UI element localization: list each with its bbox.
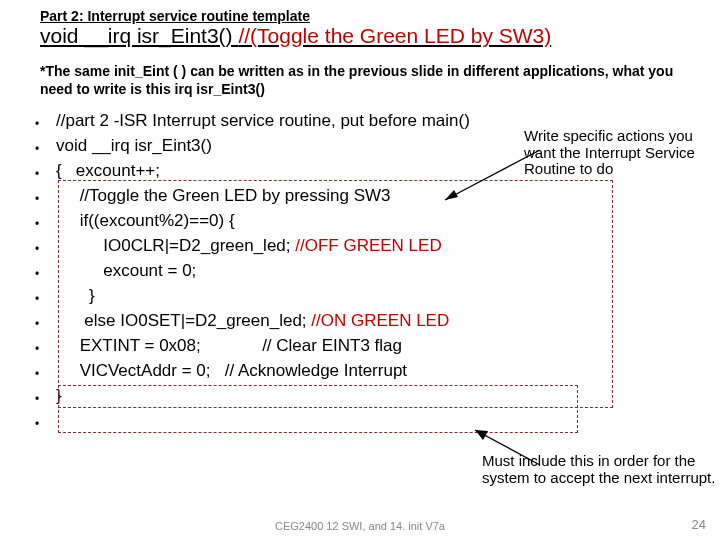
code-l11b: // Acknowledge Interrupt	[225, 361, 407, 380]
code-l6a: IO0CLR|=D2_green_led;	[103, 236, 295, 255]
annotation-actions: Write specific actions you want the Inte…	[524, 128, 720, 178]
code-l10a: EXTINT = 0x08;	[80, 336, 201, 355]
annotation-must-include: Must include this in order for the syste…	[482, 452, 720, 487]
footer-text: CEG2400 12 SWI, and 14. init V7a	[0, 520, 720, 532]
slide: Part 2: Interrupt service routine templa…	[0, 0, 720, 540]
code-l3b: excount++;	[76, 161, 160, 180]
code-l4: //Toggle the Green LED by pressing SW3	[80, 186, 391, 205]
code-l9b: //ON GREEN LED	[311, 311, 449, 330]
code-l7: excount = 0;	[103, 261, 196, 280]
code-l9a: else IO0SET|=D2_green_led;	[84, 311, 311, 330]
subtitle: *The same init_Eint ( ) can be written a…	[40, 62, 680, 98]
title-code: void __irq isr_Eint3()	[40, 24, 238, 47]
code-l11a: VICVectAddr = 0;	[80, 361, 211, 380]
code-l2: void __irq isr_Eint3()	[56, 136, 212, 155]
code-l10b: // Clear EINT3 flag	[262, 336, 402, 355]
title-comment: //(Toggle the Green LED by SW3)	[238, 24, 551, 47]
code-l12: }	[56, 386, 62, 405]
code-l8: }	[89, 286, 95, 305]
code-l5: if((excount%2)==0) {	[80, 211, 235, 230]
part-label: Part 2: Interrupt service routine templa…	[40, 8, 680, 24]
code-l6b: //OFF GREEN LED	[295, 236, 441, 255]
svg-marker-3	[475, 430, 488, 440]
code-block: //part 2 -ISR Interrupt service routine,…	[54, 108, 470, 408]
slide-number: 24	[692, 517, 706, 532]
slide-title: void __irq isr_Eint3() //(Toggle the Gre…	[40, 24, 680, 48]
code-l1: //part 2 -ISR Interrupt service routine,…	[56, 111, 470, 130]
code-l3a: {	[56, 161, 62, 180]
bullet-column: •••••••••••••	[35, 112, 39, 437]
